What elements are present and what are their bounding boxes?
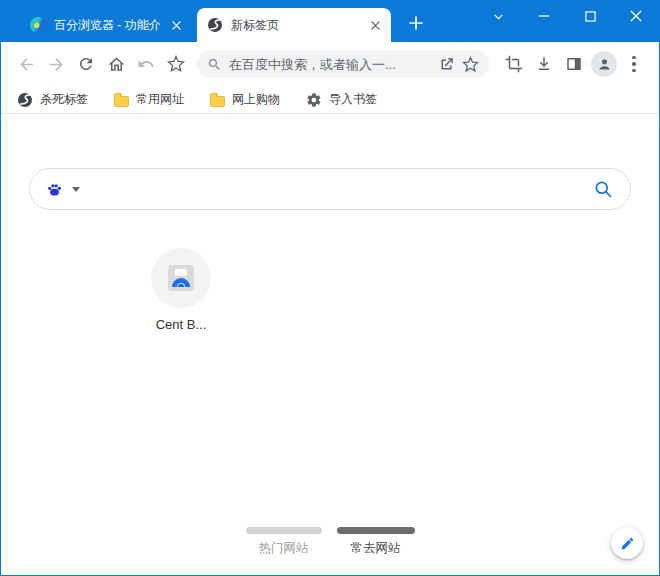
bookmark-kill-tabs[interactable]: 杀死标签: [17, 91, 88, 108]
edit-tiles-button[interactable]: [611, 527, 643, 559]
pencil-edit-icon: [620, 536, 635, 551]
gear-icon: [306, 92, 322, 108]
bookmark-label: 导入书签: [329, 91, 377, 108]
bookmark-folder-common-sites[interactable]: 常用网址: [114, 91, 184, 108]
bookmark-star-icon[interactable]: [462, 56, 479, 73]
pager-frequent-sites[interactable]: 常去网站: [337, 527, 415, 557]
bookmark-star-icon: [167, 55, 185, 73]
tab-new-tab[interactable]: 新标签页: [197, 8, 391, 42]
new-tab-globe-icon: [207, 17, 223, 33]
plus-icon: [409, 16, 423, 30]
cent-browser-logo-icon: [30, 17, 46, 33]
omnibox[interactable]: [197, 50, 489, 78]
tab-title: 百分浏览器 - 功能介绍: [54, 17, 160, 34]
forward-button[interactable]: [41, 49, 71, 79]
bookmark-label: 杀死标签: [40, 91, 88, 108]
home-icon: [107, 55, 126, 74]
tab-list-button[interactable]: [475, 0, 521, 32]
bookmark-label: 常用网址: [136, 91, 184, 108]
maximize-icon: [585, 11, 596, 22]
minimize-icon: [538, 10, 550, 22]
profile-button[interactable]: [589, 49, 619, 79]
titlebar: 百分浏览器 - 功能介绍 新标签页: [1, 0, 659, 42]
search-submit-icon[interactable]: [593, 179, 614, 200]
reopen-closed-tab-button[interactable]: [131, 49, 161, 79]
pager-label: 热门网站: [246, 540, 322, 557]
download-icon: [535, 55, 553, 73]
baidu-paw-icon[interactable]: [46, 181, 63, 198]
tab-strip: 百分浏览器 - 功能介绍 新标签页: [20, 0, 429, 42]
back-button[interactable]: [11, 49, 41, 79]
cent-browser-favicon: [168, 265, 194, 291]
chevron-down-icon: [492, 10, 505, 23]
maximize-button[interactable]: [567, 0, 613, 32]
undo-icon: [137, 55, 155, 73]
newtab-search-input[interactable]: [86, 181, 587, 197]
newtab-pager: 热门网站 常去网站: [1, 527, 659, 557]
new-tab-button[interactable]: [403, 10, 429, 36]
browser-window: 百分浏览器 - 功能介绍 新标签页: [0, 0, 660, 576]
boss-key-panel-button[interactable]: [559, 49, 589, 79]
profile-icon: [596, 56, 613, 73]
tab-title: 新标签页: [231, 17, 359, 34]
pager-hot-sites[interactable]: 热门网站: [246, 527, 322, 557]
tile-label: Cent B...: [137, 317, 225, 332]
share-icon[interactable]: [438, 56, 455, 73]
folder-icon: [114, 96, 129, 107]
omnibox-input[interactable]: [229, 57, 431, 72]
reload-icon: [77, 55, 95, 73]
home-button[interactable]: [101, 49, 131, 79]
screenshot-button[interactable]: [499, 49, 529, 79]
folder-icon: [210, 96, 225, 107]
search-icon: [207, 57, 222, 72]
tab-close-icon[interactable]: [367, 17, 383, 33]
search-engine-caret-down-icon[interactable]: [72, 187, 80, 192]
bookmarks-bar: 杀死标签 常用网址 网上购物 导入书签: [1, 86, 659, 114]
downloads-button[interactable]: [529, 49, 559, 79]
close-window-button[interactable]: [613, 0, 659, 32]
window-controls: [475, 0, 659, 32]
avatar: [591, 51, 617, 77]
back-icon: [17, 55, 36, 74]
tab-close-icon[interactable]: [168, 17, 184, 33]
pager-bar[interactable]: [246, 527, 322, 534]
pager-label: 常去网站: [337, 540, 415, 557]
newtab-search-box[interactable]: [29, 168, 631, 210]
menu-button[interactable]: [619, 49, 649, 79]
reload-button[interactable]: [71, 49, 101, 79]
tile-icon-circle: [151, 248, 211, 308]
bookmark-this-tab-button[interactable]: [161, 49, 191, 79]
new-tab-page: Cent B... 热门网站 常去网站: [1, 114, 659, 575]
bookmark-folder-online-shopping[interactable]: 网上购物: [210, 91, 280, 108]
tab-cent-intro[interactable]: 百分浏览器 - 功能介绍: [20, 8, 192, 42]
bookmark-label: 网上购物: [232, 91, 280, 108]
side-panel-icon: [565, 55, 583, 73]
site-tile-cent-browser[interactable]: Cent B...: [137, 248, 225, 332]
minimize-button[interactable]: [521, 0, 567, 32]
close-icon: [630, 10, 642, 22]
pager-bar[interactable]: [337, 527, 415, 534]
menu-dots-icon: [632, 56, 636, 73]
globe-icon: [17, 92, 33, 108]
screenshot-crop-icon: [505, 55, 523, 73]
bookmark-import-bookmarks[interactable]: 导入书签: [306, 91, 377, 108]
toolbar: [1, 42, 659, 86]
forward-icon: [47, 55, 66, 74]
